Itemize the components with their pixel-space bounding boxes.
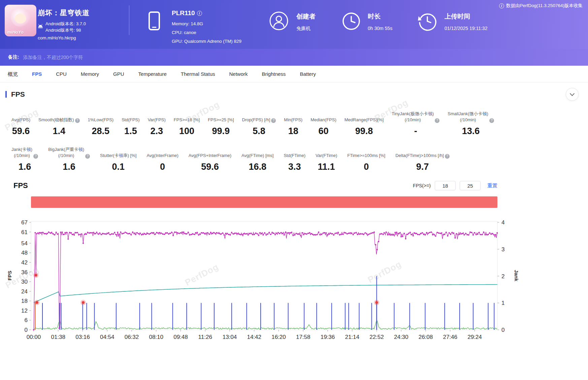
creator-value: 兔撕机: [296, 26, 316, 32]
svg-text:48: 48: [21, 250, 28, 256]
svg-text:2: 2: [501, 273, 504, 280]
svg-text:24:30: 24:30: [394, 334, 409, 340]
svg-text:19:36: 19:36: [321, 334, 335, 340]
stat-label: Jank(卡顿) (/10min): [11, 147, 32, 159]
stat-value: 9.7: [416, 162, 429, 172]
fps-min-input[interactable]: [435, 181, 456, 190]
stat-label: Avg(FTime) [ms]: [241, 153, 273, 159]
creator-block: 创建者 兔撕机: [296, 12, 316, 32]
android-version-name: Android版本名: 3.7.0: [45, 21, 86, 27]
stat-min-fps: Min(FPS)18: [284, 111, 302, 136]
stat-value: 59.6: [201, 162, 219, 172]
stat-value: 100: [179, 126, 194, 136]
fps-max-input[interactable]: [460, 181, 481, 190]
device-info-icon[interactable]: i: [197, 11, 202, 16]
stat-value: 3.3: [288, 162, 301, 172]
duration-icon: [341, 11, 361, 32]
chevron-down-icon: [570, 91, 575, 96]
android-version-code: Android版本号: 98: [45, 27, 86, 33]
stat-value: 59.6: [12, 126, 30, 136]
report-header: miHoYo 崩坏：星穹铁道 Android版本名: 3.7.0 Android…: [0, 0, 588, 49]
svg-text:16:20: 16:20: [271, 334, 286, 340]
stat-std-fps: Std(FPS)1.5: [122, 111, 139, 136]
fps-chart[interactable]: 06121824303642485461670123400:0001:3803:…: [0, 211, 588, 346]
svg-text:27:46: 27:46: [443, 334, 457, 340]
svg-text:1: 1: [501, 300, 504, 306]
stat-value: 1.5: [124, 126, 137, 136]
device-cpu: CPU: canoe: [172, 28, 241, 37]
help-icon[interactable]: ?: [271, 118, 276, 123]
stat-label: Median(FPS): [311, 117, 336, 123]
svg-text:3: 3: [501, 246, 504, 253]
fps-threshold-band: [31, 196, 497, 208]
stats-row-2: Jank(卡顿) (/10min)?1.6BigJank(严重卡顿) (/10m…: [0, 147, 588, 172]
stat-label: Smooth(稳帧指数): [38, 117, 74, 123]
help-icon[interactable]: ?: [33, 154, 38, 159]
device-memory: Memory: 14.8G: [172, 20, 241, 28]
tab-CPU[interactable]: CPU: [49, 66, 74, 83]
device-name: PLR110: [172, 9, 195, 17]
stat-label: Min(FPS): [284, 117, 302, 123]
svg-text:30: 30: [21, 279, 28, 285]
duration-label: 时长: [368, 12, 392, 21]
stat-fps-ge-18: FPS>=18 [%]100: [174, 111, 200, 136]
device-gpu: GPU: Qualcomm Adreno (TM) 829: [172, 37, 241, 46]
stat-value: 2.3: [150, 126, 163, 136]
collapse-button[interactable]: [566, 88, 579, 101]
svg-text:11:26: 11:26: [198, 334, 212, 340]
stat-label: Var(FTime): [316, 153, 337, 159]
tab-Temperature[interactable]: Temperature: [131, 66, 174, 83]
stat-value: 0.1: [112, 162, 125, 172]
tab-Network[interactable]: Network: [222, 66, 255, 83]
svg-text:00:00: 00:00: [27, 334, 41, 340]
svg-text:18: 18: [21, 298, 28, 304]
stat-value: 0: [160, 162, 165, 172]
tab-FPS[interactable]: FPS: [25, 66, 49, 83]
stat-value: 13.6: [462, 126, 480, 136]
svg-text:09:48: 09:48: [173, 334, 188, 340]
stat-value: 99.8: [355, 126, 373, 136]
stat-smalljank: SmallJank(微小卡顿) (/10min)?13.6: [448, 111, 494, 136]
package-name: com.miHoYo.hkrpg: [38, 35, 90, 40]
collect-note: i 数据由PerfDog(11.3.250764)版本收集: [499, 3, 583, 9]
stat-label: FPS>=25 [%]: [208, 117, 234, 123]
stat-value: 1.6: [19, 162, 31, 172]
stat-value: 16.8: [249, 162, 266, 172]
stat-label: 1%Low(FPS): [88, 117, 114, 123]
svg-text:22:52: 22:52: [369, 334, 384, 340]
header-divider: [129, 5, 129, 35]
upload-time-icon: [418, 11, 437, 32]
stat-std-ftime: Std(FTime)3.3: [284, 147, 305, 172]
help-icon[interactable]: ?: [489, 118, 494, 123]
stat-jank: Jank(卡顿) (/10min)?1.6: [11, 147, 38, 172]
help-icon[interactable]: ?: [445, 154, 450, 159]
stat-value: 60: [318, 126, 328, 136]
stat-label: Avg(FPS): [11, 117, 30, 123]
tab-Battery[interactable]: Battery: [293, 66, 323, 83]
stat-value: -: [414, 126, 417, 136]
help-icon[interactable]: ?: [85, 154, 90, 159]
reset-button[interactable]: 重置: [487, 183, 497, 189]
stat-label: BigJank(严重卡顿) (/10min): [48, 147, 84, 159]
tab-Memory[interactable]: Memory: [74, 66, 106, 83]
help-icon[interactable]: ?: [75, 118, 80, 123]
svg-text:42: 42: [21, 259, 28, 266]
stat-avg-fps-interframe: Avg(FPS+InterFrame)59.6: [189, 147, 231, 172]
tab-概览[interactable]: 概览: [1, 66, 25, 83]
tab-GPU[interactable]: GPU: [106, 66, 131, 83]
tab-Brightness[interactable]: Brightness: [255, 66, 293, 83]
stat-avg-ftime: Avg(FTime) [ms]16.8: [241, 147, 273, 172]
device-info-block: PLR110 i Memory: 14.8G CPU: canoe GPU: Q…: [172, 9, 241, 46]
stat-value: 11.1: [318, 162, 335, 172]
svg-text:12: 12: [21, 308, 28, 314]
tab-Thermal Status[interactable]: Thermal Status: [174, 66, 222, 83]
stat-label: FPS>=18 [%]: [174, 117, 200, 123]
stat-smooth: Smooth(稳帧指数)?1.4: [38, 111, 79, 136]
stat-label: Avg(InterFrame): [146, 153, 178, 159]
chart-controls: FPS(>=) 重置: [413, 181, 497, 190]
note-input[interactable]: [23, 55, 165, 60]
help-icon[interactable]: ?: [435, 118, 439, 123]
info-icon: i: [499, 3, 504, 8]
stat-tinyjank: TinyJank(极微小卡顿) (/10min)?-: [392, 111, 439, 136]
stat-value: 5.8: [253, 126, 265, 136]
